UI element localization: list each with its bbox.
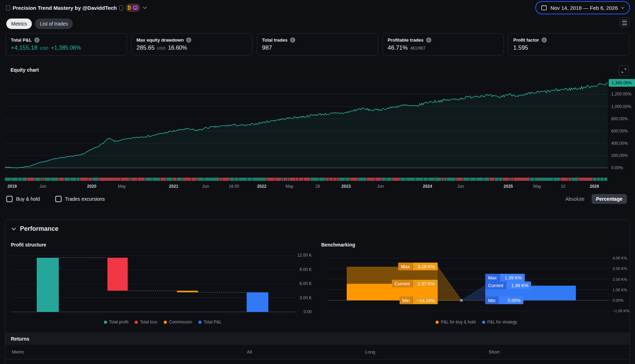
stat-value: +4,155.18: [11, 44, 37, 51]
trades-excursions-checkbox[interactable]: Trades excursions: [55, 196, 105, 202]
chart-controls-row: Buy & hold Trades excursions Absolute Pe…: [6, 193, 627, 205]
stat-card-max-drawdown: Max equity drawdown i 285.65 USD 16.60%: [131, 33, 253, 56]
returns-table-header: Metric All Long Short: [5, 346, 630, 358]
svg-text:16:00: 16:00: [229, 184, 239, 189]
percentage-toggle[interactable]: Percentage: [592, 194, 627, 204]
svg-text:2026: 2026: [590, 184, 599, 189]
benchmark-badge-min: Min0.00%: [485, 297, 523, 304]
info-icon[interactable]: i: [426, 37, 431, 43]
stat-unit: USD: [157, 46, 165, 50]
benchmark-badge-current: Current1.39 K%: [485, 281, 531, 289]
stat-value: 987: [262, 44, 272, 51]
svg-text:6.00 K: 6.00 K: [299, 281, 312, 286]
svg-text:Jun: Jun: [40, 184, 46, 189]
profit-structure-chart[interactable]: 12.00 K9.00 K6.00 K3.00 K0.00: [5, 250, 320, 319]
column-header-short: Short: [488, 346, 499, 358]
info-icon[interactable]: i: [34, 37, 40, 43]
returns-title: Returns: [11, 336, 29, 342]
legend-item: Total P&L: [198, 320, 221, 324]
svg-text:600.00%: 600.00%: [611, 129, 628, 134]
stat-label: Profit factor: [513, 37, 539, 43]
chevron-down-icon: [621, 7, 625, 9]
stat-cards-row: Total P&L i +4,155.18 USD +1,385.06% Max…: [6, 33, 629, 56]
checkbox-icon: [6, 196, 13, 202]
svg-text:Jun: Jun: [457, 184, 464, 189]
svg-text:May: May: [118, 184, 126, 189]
returns-section-header: Returns: [5, 333, 630, 345]
tab-metrics[interactable]: Metrics: [6, 19, 32, 29]
svg-text:200.00%: 200.00%: [611, 153, 628, 158]
svg-text:400.00%: 400.00%: [611, 141, 628, 146]
calendar-icon: [541, 5, 547, 11]
stat-value: 285.65: [136, 44, 155, 51]
stat-ratio: 461/987: [410, 46, 425, 51]
strategy-title-row: Precision Trend Mastery by @DaviddTech ₿: [6, 3, 147, 12]
benchmark-badge-max: Max1.39 K%: [485, 274, 525, 281]
checkbox-icon: [55, 196, 62, 202]
info-icon[interactable]: i: [186, 37, 191, 43]
stat-value: 1.595: [513, 44, 528, 51]
legend-item: Total profit: [104, 320, 128, 324]
benchmark-badge-min: Min−14.14%: [400, 297, 438, 304]
svg-text:2023: 2023: [341, 184, 351, 189]
missing-glyph-icon: [119, 5, 123, 10]
info-icon[interactable]: i: [542, 37, 547, 43]
svg-text:2019: 2019: [7, 184, 17, 189]
column-header-long: Long: [365, 346, 375, 358]
column-header-metric: Metric: [12, 346, 24, 358]
svg-text:1.00 K%: 1.00 K%: [613, 288, 627, 292]
svg-text:0.00%: 0.00%: [613, 298, 623, 302]
stat-card-total-trades: Total trades i 987: [257, 33, 378, 56]
svg-text:1,000.00%: 1,000.00%: [611, 104, 632, 109]
performance-title: Performance: [20, 225, 58, 233]
svg-text:2020: 2020: [87, 184, 97, 189]
svg-text:2022: 2022: [257, 184, 267, 189]
missing-glyph-icon: [6, 5, 10, 10]
stat-label: Max equity drawdown: [136, 37, 184, 43]
info-icon[interactable]: i: [290, 37, 295, 43]
performance-section: Performance Profit structure 12.00 K9.00…: [5, 219, 630, 364]
svg-text:Jun: Jun: [202, 184, 209, 189]
legend-item: Total loss: [135, 320, 157, 324]
absolute-toggle[interactable]: Absolute: [565, 196, 584, 202]
date-range-label: Nov 14, 2018 — Feb 6, 2026: [550, 5, 618, 11]
benchmarking-title: Benchmarking: [321, 242, 355, 248]
svg-text:4.00 K%: 4.00 K%: [613, 256, 627, 260]
legend-item: Commission: [164, 320, 192, 324]
svg-text:2025: 2025: [503, 184, 513, 189]
legend-item: P&L for buy & hold: [436, 320, 476, 324]
svg-text:2.00 K%: 2.00 K%: [613, 277, 627, 281]
svg-text:Jun: Jun: [377, 184, 384, 189]
stat-unit: USD: [40, 46, 48, 50]
svg-text:26: 26: [316, 184, 320, 189]
strategy-title: Precision Trend Mastery by @DaviddTech: [13, 5, 117, 11]
profit-structure-legend: Total profitTotal lossCommissionTotal P&…: [5, 320, 320, 324]
benchmarking-plot: 4.00 K%3.00 K%2.00 K%1.00 K%0.00%−1.00 K…: [322, 250, 630, 319]
benchmarking-chart[interactable]: 4.00 K%3.00 K%2.00 K%1.00 K%0.00%−1.00 K…: [322, 250, 630, 319]
stat-card-total-pnl: Total P&L i +4,155.18 USD +1,385.06%: [6, 33, 127, 56]
svg-text:−1.00 K%: −1.00 K%: [613, 309, 629, 313]
report-tabs: Metrics List of trades: [6, 19, 73, 29]
svg-text:2021: 2021: [169, 184, 178, 189]
checkbox-label: Trades excursions: [65, 196, 105, 202]
tab-list-of-trades[interactable]: List of trades: [35, 19, 73, 29]
date-range-button[interactable]: Nov 14, 2018 — Feb 6, 2026: [535, 1, 630, 14]
report-layout-menu-button[interactable]: [620, 17, 629, 27]
legend-item: P&L for strategy: [482, 320, 517, 324]
svg-text:1,200.00%: 1,200.00%: [611, 92, 632, 97]
strategy-icon-chips[interactable]: ₿: [126, 3, 140, 12]
performance-collapse-header[interactable]: Performance: [12, 225, 58, 233]
svg-text:1,385.06%: 1,385.06%: [612, 80, 632, 85]
stat-card-profit-factor: Profit factor i 1.595: [508, 33, 629, 56]
chevron-down-icon[interactable]: [143, 6, 147, 9]
stat-percent: +1,385.06%: [51, 45, 81, 51]
svg-text:3.00 K%: 3.00 K%: [613, 266, 627, 271]
profit-structure-title: Profit structure: [11, 242, 46, 248]
equity-chart[interactable]: 1,200.00%1,000.00%800.00%600.00%400.00%2…: [0, 65, 635, 191]
svg-text:3.00 K: 3.00 K: [299, 295, 312, 300]
chevron-down-icon: [12, 227, 16, 230]
svg-text:0.00%: 0.00%: [611, 165, 623, 170]
svg-text:May: May: [533, 184, 541, 189]
buy-hold-checkbox[interactable]: Buy & hold: [6, 196, 40, 202]
table-divider: [5, 359, 630, 359]
